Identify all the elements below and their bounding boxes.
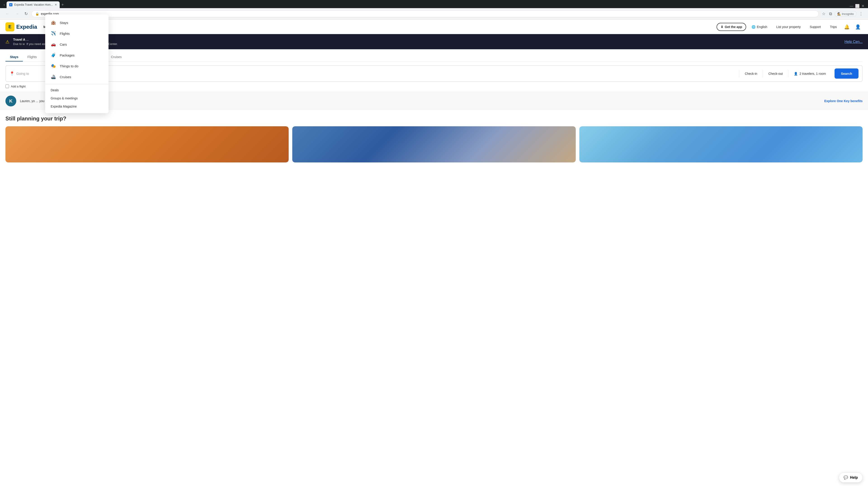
card-image-3 [579,126,863,162]
tab-cruises[interactable]: Cruises [106,53,126,61]
travelers-field[interactable]: 👤 2 travelers, 1 room [791,72,832,75]
destination-cards [5,126,863,162]
dropdown-groups[interactable]: Groups & meetings [45,94,108,102]
language-label: English [757,25,767,29]
get-app-button[interactable]: ⬇ Get the app [717,23,746,31]
loyalty-text: Lauren, yo ... you make. Get started! [20,99,820,103]
dropdown-item-stays[interactable]: 🏨 Stays [45,17,108,28]
tab-close-icon[interactable]: ✕ [55,3,57,6]
add-flight-label: Add a flight [11,85,26,88]
card-image-1 [5,126,289,162]
avatar: K [5,96,16,106]
tab-arrow-left[interactable]: ‹ [2,1,6,8]
package-icon: 🧳 [51,53,56,58]
alert-link[interactable]: Help Cen... [844,40,863,44]
destination-input[interactable] [16,72,737,75]
alert-icon: ⚠ [5,39,9,44]
loyalty-section: K Lauren, yo ... you make. Get started! … [0,92,868,110]
maximize-button[interactable]: ⬜ [855,4,860,8]
logo-icon: E [5,22,14,31]
dropdown-stays-label: Stays [60,21,68,25]
add-flight-option[interactable]: Add a flight [5,85,26,88]
plane-icon: ✈️ [51,31,56,36]
back-button[interactable]: ← [4,11,11,17]
get-app-label: Get the app [725,25,742,29]
trips-button[interactable]: Trips [826,23,840,31]
checkin-field[interactable]: Check-in [742,72,760,75]
dropdown-item-packages[interactable]: 🧳 Packages [45,50,108,61]
page-content: E Expedia More travel ▾ ⬇ Get the app 🌐 … [0,20,868,488]
incognito-label: Incognito [842,12,854,15]
destination-field[interactable]: 📍 [9,71,737,76]
split-view-button[interactable]: ⧉ [828,10,833,18]
logo-text: Expedia [16,24,37,30]
dropdown-things-label: Things to do [60,64,79,68]
card-image-2 [292,126,576,162]
dropdown-item-cruises[interactable]: 🚢 Cruises [45,71,108,82]
forward-button[interactable]: → [13,11,21,17]
support-button[interactable]: Support [806,23,825,31]
tab-title: Expedia Travel: Vacation Hom... [14,3,53,6]
list-property-button[interactable]: List your property [773,23,804,31]
dropdown-item-things[interactable]: 🎭 Things to do [45,61,108,71]
add-flight-checkbox[interactable] [5,85,9,88]
menu-button[interactable]: ⋮ [858,10,864,18]
field-divider-2 [763,70,763,77]
travelers-value: 2 travelers, 1 room [800,72,826,75]
trips-label: Trips [830,25,837,29]
account-button[interactable]: 👤 [853,22,863,31]
notifications-button[interactable]: 🔔 [842,22,851,31]
add-options: Add a flight [5,85,863,88]
browser-toolbar: ← → ↻ 🔒 expedia.com ☆ ⧉ 🕵 Incognito ⋮ [0,8,868,20]
things-icon: 🎭 [51,63,56,69]
bookmark-button[interactable]: ☆ [820,10,827,18]
minimize-button[interactable]: — [850,4,853,8]
bell-icon: 🔔 [844,24,850,29]
chat-icon: 💬 [844,475,848,480]
header-right: ⬇ Get the app 🌐 English List your proper… [717,22,863,31]
alert-title: Travel A ... [13,38,841,41]
dropdown-item-cars[interactable]: 🚗 Cars [45,39,108,50]
checkout-field[interactable]: Check-out [766,72,785,75]
address-bar[interactable]: 🔒 expedia.com [31,10,819,17]
checkin-label: Check-in [745,72,757,75]
language-button[interactable]: 🌐 English [748,23,771,31]
planning-section: Still planning your trip? [0,110,868,168]
search-tabs: Stays Flights Cars Packages Things to do… [5,53,863,62]
refresh-button[interactable]: ↻ [23,10,30,17]
alert-banner: ⚠ Travel A ... Due to w If you need assi… [0,34,868,49]
alert-desc: Due to w If you need assistance with you… [13,42,841,46]
toolbar-actions: ☆ ⧉ 🕵 Incognito ⋮ [820,10,864,18]
dropdown-cruises-label: Cruises [60,75,71,79]
search-section: Stays Flights Cars Packages Things to do… [0,49,868,92]
alert-content: Travel A ... Due to w If you need assist… [13,38,841,46]
logo[interactable]: E Expedia [5,22,37,31]
dropdown-magazine[interactable]: Expedia Magazine [45,102,108,110]
dropdown-flights-label: Flights [60,32,70,35]
destination-card-1[interactable] [5,126,289,162]
support-label: Support [810,25,821,29]
dropdown-deals[interactable]: Deals [45,86,108,94]
search-button[interactable]: Search [835,68,859,78]
incognito-badge: 🕵 Incognito [834,11,857,17]
destination-card-2[interactable] [292,126,576,162]
help-button[interactable]: 💬 Help [839,473,863,483]
active-tab[interactable]: E Expedia Travel: Vacation Hom... ✕ [6,1,60,8]
close-window-button[interactable]: ✕ [862,4,864,8]
cruise-icon: 🚢 [51,74,56,79]
field-divider-3 [788,70,788,77]
site-header: E Expedia More travel ▾ ⬇ Get the app 🌐 … [0,20,868,34]
one-key-benefits-link[interactable]: Explore One Key benefits [824,99,863,103]
new-tab-button[interactable]: + [60,2,66,8]
tab-flights[interactable]: Flights [23,53,41,61]
destination-card-3[interactable] [579,126,863,162]
travelers-icon: 👤 [794,72,798,75]
dropdown-packages-label: Packages [60,53,74,57]
car-icon: 🚗 [51,41,56,47]
dropdown-item-flights[interactable]: ✈️ Flights [45,28,108,39]
tab-stays[interactable]: Stays [5,53,23,61]
avatar-initial: K [9,98,12,104]
search-bar: 📍 Check-in Check-out 👤 2 travelers, 1 ro… [5,65,863,82]
location-icon: 📍 [9,71,14,76]
tab-favicon: E [9,3,12,6]
